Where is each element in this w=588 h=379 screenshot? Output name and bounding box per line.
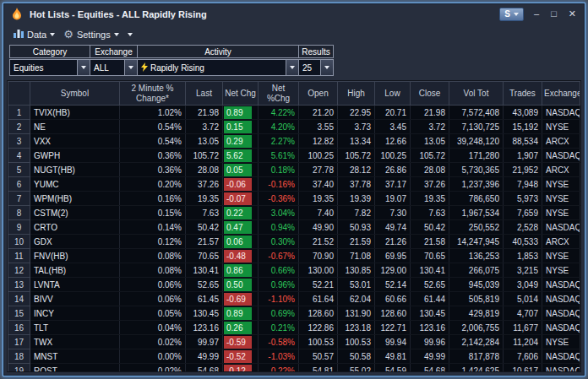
flame-icon: [10, 8, 24, 21]
row-number-cell: 5: [8, 163, 30, 177]
2min-change-cell: 0.20%: [120, 177, 186, 192]
data-menu-button[interactable]: Data: [10, 27, 58, 41]
high-cell: 28.12: [338, 163, 375, 177]
close-cell: 130.45: [411, 306, 449, 321]
settings-menu-button[interactable]: ⚙ Settings: [60, 27, 122, 41]
net-chg-cell: 0.50: [223, 278, 259, 292]
symbol-cell: FNV(HB): [30, 249, 120, 263]
table-row[interactable]: 18MNST0.00%49.99-0.52-1.03%50.5750.5849.…: [8, 349, 580, 364]
symbol-cell: BIVV: [30, 292, 120, 306]
table-row[interactable]: 14BIVV0.06%61.45-0.69-1.10%61.6462.0460.…: [8, 292, 580, 306]
last-cell: 54.68: [186, 364, 223, 373]
2min-change-cell: 0.15%: [120, 206, 186, 220]
low-cell: 7.30: [375, 206, 411, 220]
open-cell: 37.40: [299, 177, 338, 192]
toolbar-overflow-button[interactable]: [124, 31, 136, 38]
column-header-exchange[interactable]: Exchange: [542, 82, 580, 106]
table-row[interactable]: 16TLT0.04%123.160.260.21%122.86123.18122…: [8, 321, 580, 335]
last-cell: 105.72: [186, 149, 223, 163]
close-cell: 61.44: [411, 292, 449, 306]
table-row[interactable]: 12TAL(HB)0.08%130.410.860.66%130.00130.8…: [8, 263, 580, 278]
trades-cell: 1,853: [504, 249, 542, 263]
exchange-cell: NASDAQ: [542, 278, 580, 292]
close-button[interactable]: ✕: [567, 9, 578, 19]
table-row[interactable]: 10GDX0.12%21.570.060.30%21.5221.5921.262…: [8, 235, 580, 249]
column-header-last[interactable]: Last: [186, 82, 223, 106]
table-row[interactable]: 6YUMC0.20%37.26-0.06-0.16%37.4037.7837.1…: [8, 177, 580, 192]
table-row[interactable]: 15INCY0.05%130.450.890.69%128.60131.9012…: [8, 306, 580, 321]
table-row[interactable]: 2NE0.54%3.720.154.20%3.553.733.453.727,1…: [8, 120, 580, 134]
net-change-badge: 0.22: [224, 207, 252, 219]
row-number-cell: 13: [8, 278, 30, 292]
table-row[interactable]: 11FNV(HB)0.08%70.65-0.48-0.67%70.9071.08…: [8, 249, 580, 263]
net-change-badge: 0.29: [224, 135, 252, 148]
net-change-badge: -0.59: [224, 336, 252, 349]
column-header-net-pct-chg[interactable]: Net %Chg: [259, 82, 299, 106]
net-change-badge: -0.12: [224, 365, 252, 373]
trades-cell: 10,617: [504, 364, 542, 373]
net-chg-cell: -0.12: [223, 364, 259, 373]
vol-tot-cell: 786,650: [449, 192, 504, 206]
open-cell: 7.40: [299, 206, 338, 220]
results-value: 25: [302, 63, 312, 73]
net-change-badge: -0.52: [224, 350, 252, 363]
maximize-button[interactable]: □: [549, 9, 558, 19]
dropdown-arrow-button[interactable]: [320, 60, 333, 75]
minimize-button[interactable]: –: [532, 9, 541, 19]
open-cell: 21.52: [299, 235, 338, 249]
open-cell: 12.82: [299, 134, 338, 149]
table-row[interactable]: 3VXX0.54%13.050.292.27%12.8213.3412.6613…: [8, 134, 580, 149]
table-row[interactable]: 9CRTO0.14%50.420.470.94%49.9050.9349.745…: [8, 220, 580, 235]
last-cell: 130.41: [186, 263, 223, 278]
column-header-vol-tot[interactable]: Vol Tot: [449, 82, 504, 106]
dropdown-arrow-button[interactable]: [124, 60, 137, 75]
exchange-cell: NYSE: [542, 120, 580, 134]
last-cell: 37.26: [186, 177, 223, 192]
column-header-close[interactable]: Close: [411, 82, 449, 106]
net-pct-chg-cell: -0.22%: [259, 364, 299, 373]
table-row[interactable]: 19ROST-0.02%54.68-0.12-0.22%54.8155.0254…: [8, 364, 580, 373]
table-row[interactable]: 5NUGT(HB)0.36%28.080.050.18%27.7828.1226…: [8, 163, 580, 177]
exchange-cell: ARCX: [542, 163, 580, 177]
column-header-net-chg[interactable]: Net Chg: [223, 82, 259, 106]
close-cell: 3.72: [411, 120, 449, 134]
dropdown-arrow-button[interactable]: [77, 60, 90, 75]
bar-chart-icon: [14, 29, 24, 40]
results-select[interactable]: 25: [298, 59, 334, 76]
table-row[interactable]: 4GWPH0.36%105.725.625.61%100.25105.72100…: [8, 149, 580, 163]
table-row[interactable]: 8CSTM(2)0.15%7.630.223.04%7.407.827.307.…: [8, 206, 580, 220]
hot-list-grid: Symbol 2 Minute % Change* Last Net Chg N…: [7, 80, 581, 372]
chevron-down-icon: [290, 66, 295, 69]
last-cell: 21.57: [186, 235, 223, 249]
column-header-low[interactable]: Low: [375, 82, 411, 106]
title-bar[interactable]: Hot Lists - Equities - ALL Rapidly Risin…: [3, 3, 585, 24]
net-chg-cell: 0.06: [223, 235, 259, 249]
low-cell: 49.81: [375, 349, 411, 364]
column-header-high[interactable]: High: [338, 82, 375, 106]
2min-change-cell: 0.36%: [120, 163, 186, 177]
net-change-badge: 0.47: [224, 221, 252, 234]
category-select[interactable]: Equities: [9, 59, 90, 76]
2min-change-cell: 0.54%: [120, 134, 186, 149]
net-change-badge: 0.50: [224, 279, 252, 291]
column-header-symbol[interactable]: Symbol: [30, 82, 120, 106]
dropdown-arrow-button[interactable]: [286, 60, 298, 75]
row-number-cell: 4: [8, 149, 30, 163]
exchange-cell: NASDAQ: [542, 306, 580, 321]
table-row[interactable]: 1TVIX(HB)1.02%21.980.894.22%21.2022.9520…: [8, 106, 580, 120]
activity-select[interactable]: Rapidly Rising: [137, 59, 299, 76]
column-header-trades[interactable]: Trades: [504, 82, 542, 106]
table-row[interactable]: 17TWX0.02%99.97-0.59-0.58%100.53100.5399…: [8, 335, 580, 349]
symbol-cell: CRTO: [30, 220, 120, 235]
style-dropdown-button[interactable]: S: [499, 8, 524, 21]
table-row[interactable]: 13LVNTA0.06%52.650.500.96%52.2153.0152.1…: [8, 278, 580, 292]
column-header-2min-change[interactable]: 2 Minute % Change*: [120, 82, 186, 106]
net-change-badge: 0.89: [224, 106, 252, 119]
net-pct-chg-cell: 5.61%: [259, 149, 299, 163]
column-header-open[interactable]: Open: [299, 82, 338, 106]
2min-change-cell: 0.02%: [120, 335, 186, 349]
trades-cell: 7,606: [504, 349, 542, 364]
table-row[interactable]: 7WPM(HB)0.16%19.35-0.07-0.36%19.3519.391…: [8, 192, 580, 206]
exchange-select[interactable]: ALL: [90, 59, 138, 76]
high-cell: 37.78: [338, 177, 375, 192]
